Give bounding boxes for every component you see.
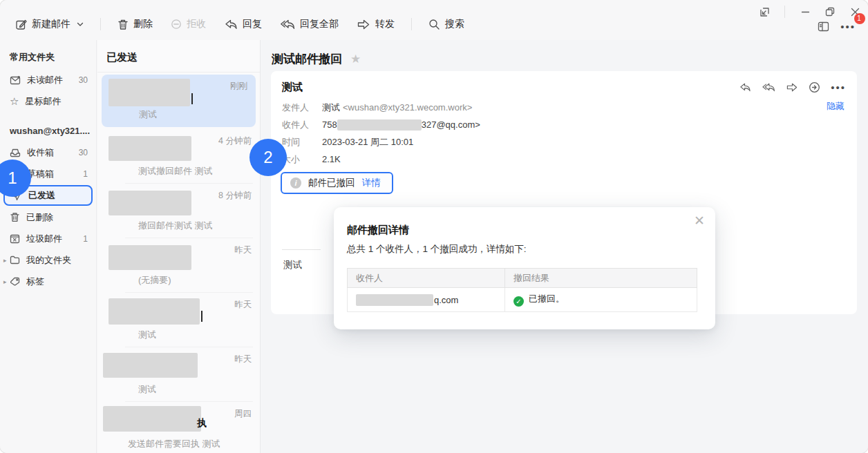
forward-button[interactable]: 转发: [351, 14, 400, 35]
recall-status-text: 邮件已撤回: [308, 177, 355, 189]
recall-status-banner: i 邮件已撤回 详情: [281, 172, 393, 194]
mail-body-text: 测试: [283, 259, 302, 271]
from-address: <wushan@xty321.wecom.work>: [343, 99, 472, 116]
maximize-button[interactable]: [821, 4, 839, 19]
toolbar-separator: [100, 18, 101, 30]
sidebar-item-unread[interactable]: 未读邮件 30: [0, 69, 96, 90]
list-item[interactable]: 4 分钟前 测试撤回邮件 测试: [97, 129, 260, 184]
spam-icon: [10, 234, 20, 244]
redacted-recipient: [108, 191, 191, 215]
compose-button[interactable]: 新建邮件: [10, 14, 89, 35]
redacted-recipient: [108, 298, 200, 325]
recipient-cell: q.com: [348, 288, 505, 312]
recall-details-dialog: ✕ 邮件撤回详情 总共 1 个收件人，1 个撤回成功，详情如下: 收件人 撤回结…: [334, 207, 715, 329]
redacted-address: [356, 294, 433, 306]
search-icon: [428, 19, 440, 30]
drafts-count: 1: [83, 169, 88, 179]
list-item[interactable]: 昨天 (无摘要): [97, 238, 260, 293]
info-icon: i: [290, 177, 301, 189]
search-label: 搜索: [445, 18, 464, 30]
list-item[interactable]: 昨天 测试: [97, 293, 260, 347]
to-address-suffix: 327@qq.com>: [422, 116, 480, 133]
search-button[interactable]: 搜索: [423, 14, 470, 35]
reading-pane-layout-icon[interactable]: [818, 21, 829, 32]
dialog-title: 邮件撤回详情: [347, 224, 409, 237]
unread-count: 30: [79, 75, 88, 85]
size-value: 2.1K: [322, 151, 341, 168]
text-cursor: [191, 93, 193, 104]
mail-list-pane: 已发送 刚刚 测试 4 分钟前 测试撤回邮件 测试 8 分钟前 撤回邮件测试 测…: [97, 40, 261, 453]
more-actions-icon[interactable]: •••: [831, 81, 846, 93]
inbox-count: 30: [79, 148, 88, 157]
deleted-icon: [10, 212, 20, 222]
sender-display-name: 测试: [282, 81, 303, 94]
trash-icon: [117, 19, 129, 30]
folder-sidebar: 常用文件夹 未读邮件 30 ☆ 星标邮件 wushan@xty321.... 收…: [0, 40, 97, 453]
common-folders-heading: 常用文件夹: [0, 40, 96, 69]
hide-details-link[interactable]: 隐藏: [827, 100, 845, 113]
time-value: 2023-03-21 周二 10:01: [322, 133, 413, 151]
tag-icon: [10, 277, 20, 286]
success-check-icon: ✓: [513, 296, 524, 307]
reply-all-button[interactable]: 回复全部: [274, 14, 344, 35]
list-item[interactable]: 昨天 测试: [97, 347, 260, 402]
sidebar-item-my-folders[interactable]: ▸ 我的文件夹: [0, 249, 96, 271]
list-item[interactable]: 8 分钟前 撤回邮件测试 测试: [97, 184, 260, 238]
subject-star-icon[interactable]: ★: [350, 52, 361, 66]
column-header-result: 撤回结果: [505, 269, 697, 288]
spam-count: 1: [83, 234, 88, 244]
compose-label: 新建邮件: [32, 18, 70, 30]
from-name: 测试: [322, 99, 340, 116]
recall-results-table: 收件人 撤回结果 q.com ✓已撤回。: [347, 268, 697, 312]
account-name[interactable]: wushan@xty321....: [0, 112, 96, 142]
mail-app-window: 新建邮件 删除 拒收: [0, 0, 868, 453]
table-row: q.com ✓已撤回。: [348, 288, 697, 312]
sidebar-item-deleted[interactable]: 已删除: [0, 206, 96, 228]
sidebar-item-spam[interactable]: 垃圾邮件 1: [0, 228, 96, 249]
to-address-prefix: 758: [322, 116, 337, 133]
reject-button[interactable]: 拒收: [165, 14, 211, 35]
redacted-recipient: [108, 245, 191, 270]
forward-label: 转发: [375, 18, 395, 30]
reject-icon: [171, 19, 182, 30]
list-item[interactable]: 执 周四 发送邮件需要回执 测试: [97, 402, 260, 453]
result-cell: ✓已撤回。: [505, 288, 697, 312]
sidebar-item-tags[interactable]: ▸ 标签: [0, 271, 96, 292]
popout-icon[interactable]: [755, 4, 773, 19]
forward-icon[interactable]: [786, 82, 798, 93]
recall-details-link[interactable]: 详情: [362, 177, 381, 189]
unread-mail-icon: [10, 75, 21, 85]
sidebar-item-starred[interactable]: ☆ 星标邮件: [0, 90, 96, 112]
reply-icon: [224, 19, 238, 30]
dialog-close-icon[interactable]: ✕: [694, 213, 705, 229]
redacted-recipient: [108, 136, 191, 161]
forward-icon: [357, 19, 370, 30]
redacted-recipient: [103, 406, 201, 432]
reply-all-icon: [280, 19, 295, 30]
reply-icon[interactable]: [739, 82, 751, 93]
compose-icon: [15, 19, 27, 30]
notification-badge: 1: [854, 13, 865, 24]
window-controls-separator: [784, 6, 785, 18]
column-header-recipient: 收件人: [348, 269, 505, 288]
delete-button[interactable]: 删除: [112, 14, 158, 35]
folder-icon: [10, 256, 20, 264]
mail-meta: 发件人 测试 <wushan@xty321.wecom.work> 收件人 75…: [282, 99, 480, 168]
mail-list-header: 已发送: [97, 40, 260, 73]
more-options-icon[interactable]: ••• 1: [840, 21, 858, 32]
reply-all-icon[interactable]: [762, 82, 775, 93]
redacted-recipient: [103, 353, 198, 378]
text-cursor: [201, 311, 202, 322]
reply-label: 回复: [243, 18, 262, 30]
reply-all-label: 回复全部: [300, 18, 339, 30]
share-to-chat-icon[interactable]: [809, 81, 820, 93]
redacted-recipient: [108, 79, 190, 106]
annotation-step-2: 2: [249, 139, 287, 176]
minimize-button[interactable]: [796, 4, 814, 19]
delete-label: 删除: [133, 18, 153, 30]
list-item[interactable]: 刚刚 测试: [102, 75, 256, 127]
expand-triangle-icon[interactable]: ▸: [3, 278, 10, 285]
star-icon: ☆: [10, 97, 19, 106]
expand-triangle-icon[interactable]: ▸: [3, 257, 10, 264]
reply-button[interactable]: 回复: [218, 14, 267, 35]
